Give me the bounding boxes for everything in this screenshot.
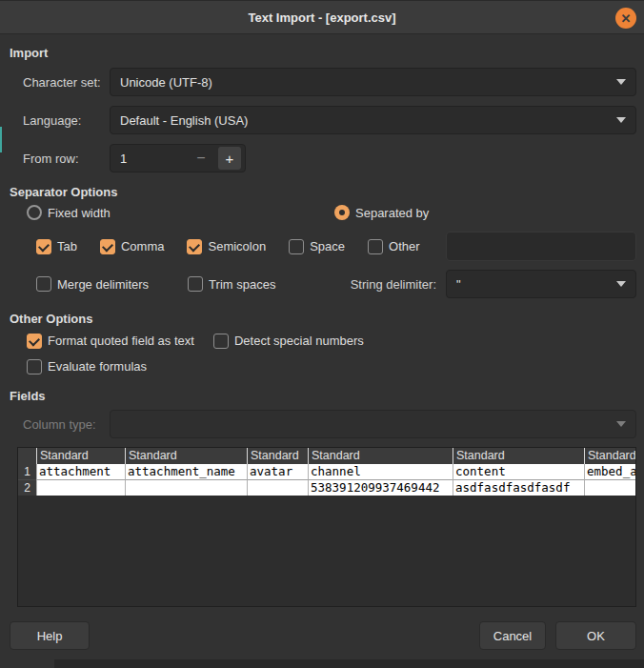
checkbox-icon — [36, 239, 51, 254]
checkbox-icon — [289, 239, 304, 254]
charset-label: Character set: — [23, 75, 110, 90]
checkbox-detect-special[interactable]: Detect special numbers — [213, 334, 364, 349]
detect-special-label: Detect special numbers — [234, 334, 364, 348]
row-number: 1 — [18, 464, 36, 479]
charset-row: Character set: Unicode (UTF-8) — [23, 68, 636, 96]
table-cell — [247, 479, 308, 496]
table-cell: embed_a — [584, 464, 635, 479]
checkbox-tab[interactable]: Tab — [36, 239, 77, 254]
table-row[interactable]: 2 538391209937469442 asdfasdfasdfasdf — [18, 479, 635, 495]
merge-delimiters-label: Merge delimiters — [57, 277, 149, 292]
csv-preview-table[interactable]: Standard Standard Standard Standard Stan… — [17, 447, 636, 607]
table-cell: channel — [308, 464, 453, 479]
column-header[interactable]: Standard — [125, 448, 247, 464]
fields-section-title: Fields — [10, 389, 644, 403]
table-cell — [125, 479, 247, 496]
row-number: 2 — [18, 479, 36, 496]
column-header[interactable]: Standard — [308, 448, 453, 464]
import-section-title: Import — [10, 46, 644, 60]
separator-section-title: Separator Options — [10, 185, 644, 199]
tab-label: Tab — [57, 239, 77, 253]
checkbox-format-quoted[interactable]: Format quoted field as text — [27, 334, 194, 349]
checkbox-comma[interactable]: Comma — [100, 239, 165, 254]
cancel-button[interactable]: Cancel — [479, 621, 546, 650]
radio-separated-by[interactable]: Separated by — [334, 205, 429, 220]
checkbox-icon — [213, 334, 229, 349]
checkbox-semicolon[interactable]: Semicolon — [187, 239, 266, 254]
separator-mode-row: Fixed width Separated by — [0, 205, 636, 222]
other-options-row2: Evaluate formulas — [27, 358, 636, 374]
column-type-dropdown[interactable] — [110, 410, 636, 438]
from-row-stepper[interactable]: 1 − + — [110, 144, 246, 172]
charset-value: Unicode (UTF-8) — [120, 75, 212, 90]
chevron-down-icon — [616, 79, 626, 85]
button-row: Help Cancel OK — [10, 621, 636, 650]
radio-icon — [334, 205, 350, 220]
chevron-down-icon — [616, 281, 626, 287]
checkbox-icon — [27, 334, 42, 349]
column-type-row: Column type: — [23, 410, 636, 438]
from-row-label: From row: — [23, 152, 110, 166]
checkbox-trim-spaces[interactable]: Trim spaces — [188, 276, 275, 292]
format-quoted-label: Format quoted field as text — [48, 334, 194, 348]
radio-fixed-width[interactable]: Fixed width — [27, 205, 111, 220]
checkbox-icon — [187, 239, 202, 254]
table-cell — [584, 479, 635, 496]
column-header[interactable]: Standard — [36, 448, 125, 464]
language-value: Default - English (USA) — [120, 113, 248, 128]
checkbox-icon — [368, 239, 383, 254]
checkbox-icon — [100, 239, 115, 254]
comma-label: Comma — [121, 239, 165, 253]
semicolon-label: Semicolon — [208, 239, 266, 253]
checkbox-other[interactable]: Other — [368, 239, 420, 254]
language-dropdown[interactable]: Default - English (USA) — [110, 106, 636, 134]
other-separator-input[interactable] — [446, 232, 636, 261]
table-row[interactable]: 1 attachment attachment_name avatar chan… — [18, 464, 635, 479]
table-cell: asdfasdfasdfasdf — [453, 479, 584, 496]
table-cell: avatar — [247, 464, 308, 479]
table-header-row: Standard Standard Standard Standard Stan… — [18, 448, 635, 464]
close-button[interactable]: ✕ — [615, 8, 636, 29]
table-cell: content — [453, 464, 584, 479]
string-delimiter-dropdown[interactable]: " — [446, 270, 636, 298]
separator-checkbox-row: Tab Comma Semicolon Space Other — [36, 232, 636, 261]
string-delimiter-label: String delimiter: — [351, 277, 436, 292]
column-header[interactable]: Standard — [453, 448, 584, 464]
background-artifact — [0, 127, 2, 152]
separated-by-label: Separated by — [355, 206, 429, 220]
space-label: Space — [310, 239, 345, 253]
close-icon: ✕ — [621, 12, 632, 25]
language-label: Language: — [23, 113, 110, 128]
plus-button[interactable]: + — [218, 147, 241, 170]
checkbox-icon — [36, 276, 51, 292]
checkbox-evaluate-formulas[interactable]: Evaluate formulas — [27, 359, 147, 374]
chevron-down-icon — [616, 421, 626, 427]
checkbox-merge-delimiters[interactable]: Merge delimiters — [36, 276, 149, 292]
chevron-down-icon — [616, 117, 626, 123]
column-header[interactable]: Standard — [584, 448, 635, 464]
other-options-row1: Format quoted field as text Detect speci… — [27, 333, 636, 349]
minus-button[interactable]: − — [190, 150, 212, 167]
titlebar[interactable]: Text Import - [export.csv] ✕ — [0, 0, 644, 34]
charset-dropdown[interactable]: Unicode (UTF-8) — [110, 68, 636, 96]
evaluate-formulas-label: Evaluate formulas — [48, 359, 147, 374]
radio-icon — [27, 205, 42, 220]
other-options-section-title: Other Options — [10, 312, 644, 326]
checkbox-icon — [188, 276, 203, 292]
column-header[interactable]: Standard — [247, 448, 308, 464]
window-bottom-edge — [54, 659, 644, 668]
other-label: Other — [389, 239, 420, 253]
language-row: Language: Default - English (USA) — [23, 106, 636, 134]
delimiter-options-row: Merge delimiters Trim spaces String deli… — [36, 270, 636, 298]
string-delimiter-value: " — [456, 277, 461, 292]
table-cell: 538391209937469442 — [308, 479, 453, 496]
corner-cell — [18, 448, 36, 464]
trim-spaces-label: Trim spaces — [209, 277, 275, 292]
checkbox-space[interactable]: Space — [289, 239, 345, 254]
table-cell — [36, 479, 125, 496]
table-cell: attachment — [36, 464, 125, 479]
ok-button[interactable]: OK — [555, 621, 636, 650]
table-cell: attachment_name — [125, 464, 247, 479]
help-button[interactable]: Help — [10, 621, 90, 650]
fixed-width-label: Fixed width — [48, 206, 111, 220]
